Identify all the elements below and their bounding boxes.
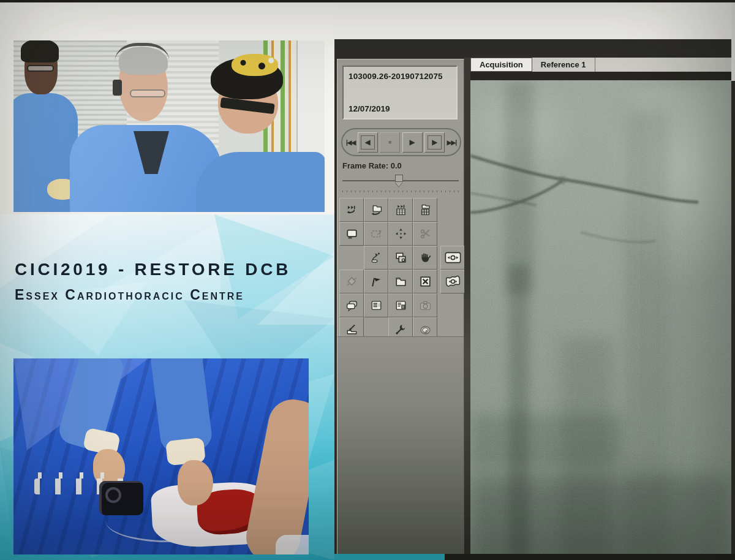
projection-screen: CICI2019 - RESTORE DCB Essex Cardiothora… xyxy=(0,0,735,560)
skip-to-start-button[interactable]: |◀◀ xyxy=(346,139,355,146)
tool-copy-to-screen-button[interactable] xyxy=(388,246,413,270)
slide-bleed-strip xyxy=(334,554,445,560)
tool-loop-to-start-button[interactable] xyxy=(339,198,364,222)
step-forward-button[interactable]: ▶ xyxy=(424,132,445,153)
slide-title-line2: Essex Cardiothoracic Centre xyxy=(15,287,327,303)
panel-divider xyxy=(464,58,470,554)
xray-grain xyxy=(470,80,731,554)
frame-rate-slider[interactable] xyxy=(342,175,459,188)
frame-rate-value: 0.0 xyxy=(391,161,402,170)
operator-headset xyxy=(113,80,122,96)
tool-delete-x-button[interactable] xyxy=(413,270,437,293)
step-back-button[interactable]: ◀ xyxy=(358,132,378,153)
viewer-area: Acquisition Reference 1 xyxy=(470,58,731,554)
slider-ticks xyxy=(342,191,460,192)
tool-annotate-pen-button[interactable] xyxy=(364,246,388,270)
app-bottom-bezel xyxy=(445,554,735,560)
toolbar-grid xyxy=(339,198,465,341)
patient-study-id: 103009.26-20190712075 xyxy=(349,72,451,81)
operator-headset-band xyxy=(115,43,169,77)
empty-grid-slot xyxy=(440,293,465,317)
screen-right-edge xyxy=(731,2,735,81)
tool-monitor-dashed-button xyxy=(364,222,388,246)
presentation-slide: CICI2019 - RESTORE DCB Essex Cardiothora… xyxy=(0,0,334,560)
stop-button: ■ xyxy=(380,132,400,153)
tool-document-report-button[interactable] xyxy=(388,293,413,317)
viewport-bezel xyxy=(470,72,731,80)
empty-grid-slot xyxy=(339,246,364,270)
frame-rate-text: Frame Rate: xyxy=(342,161,388,170)
tool-hand-pan-button[interactable] xyxy=(413,246,437,270)
manifold-stopcocks xyxy=(38,472,118,479)
tab-acquisition[interactable]: Acquisition xyxy=(470,58,532,72)
patient-id-box: 103009.26-20190712075 12/07/2019 xyxy=(342,66,458,119)
tool-scissors-button xyxy=(413,222,437,246)
empty-grid-slot xyxy=(440,222,465,246)
panel-blank-area xyxy=(337,336,464,554)
frame-rate-label: Frame Rate: 0.0 xyxy=(342,161,402,170)
tab-bar: Acquisition Reference 1 xyxy=(470,58,731,72)
tool-camera-button xyxy=(413,293,437,317)
tool-zero-wave-button[interactable] xyxy=(440,270,465,293)
clinician-left-glasses xyxy=(27,65,54,72)
tab-reference-1[interactable]: Reference 1 xyxy=(532,58,595,72)
operator-glasses xyxy=(130,89,165,97)
control-panel: 103009.26-20190712075 12/07/2019 |◀◀◀■▶▶… xyxy=(337,59,464,555)
contrast-device-dial xyxy=(105,487,121,503)
slide-title: CICI2019 - RESTORE DCB Essex Cardiothora… xyxy=(15,260,327,303)
slider-thumb[interactable] xyxy=(395,175,403,182)
assistant-cap-pattern xyxy=(232,54,278,76)
study-date: 12/07/2019 xyxy=(349,104,390,113)
tool-move-arrows-button[interactable] xyxy=(388,222,413,246)
tool-text-list-button[interactable] xyxy=(364,293,388,317)
empty-grid-slot xyxy=(440,198,465,222)
tool-monitor-button[interactable] xyxy=(339,222,364,246)
photo-glare xyxy=(276,535,309,554)
tool-grid-forward-button[interactable] xyxy=(388,198,413,222)
screen-top-edge xyxy=(0,0,735,2)
cath-lab-team-photo xyxy=(13,40,325,212)
tool-send-diamond-button xyxy=(339,270,364,293)
playback-controls: |◀◀◀■▶▶▶▶| xyxy=(341,128,461,156)
tool-comment-bubbles-button[interactable] xyxy=(339,293,364,317)
tool-folder-loop-button[interactable] xyxy=(364,198,388,222)
tool-flag-marker-button[interactable] xyxy=(364,270,388,293)
slide-title-line1: CICI2019 - RESTORE DCB xyxy=(15,260,327,279)
tool-folder-grid-button[interactable] xyxy=(413,198,437,222)
clinician-left-cap xyxy=(21,40,59,62)
skip-to-end-button[interactable]: ▶▶| xyxy=(447,139,456,146)
tool-folder-button[interactable] xyxy=(388,270,413,293)
play-button[interactable]: ▶ xyxy=(402,132,423,153)
gloved-hand xyxy=(178,460,213,505)
xray-viewport[interactable] xyxy=(470,80,731,554)
tool-zero-position-button[interactable] xyxy=(440,246,465,270)
angio-imaging-app: 103009.26-20190712075 12/07/2019 |◀◀◀■▶▶… xyxy=(334,39,735,560)
femoral-access-procedure-photo xyxy=(13,358,309,554)
assistant-gown xyxy=(196,152,325,212)
